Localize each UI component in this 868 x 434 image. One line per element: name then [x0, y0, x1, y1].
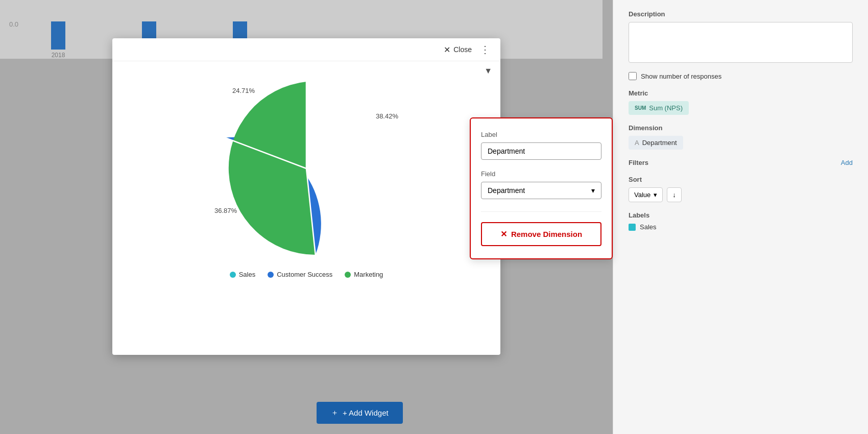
pie-chart-area: 38.42% 24.71% 36.87% [112, 61, 500, 288]
legend-dot-mktg [345, 272, 351, 278]
pie-wrapper: 38.42% 24.71% 36.87% [209, 71, 403, 266]
bar-group-2018: 2018 [51, 21, 65, 59]
description-textarea[interactable] [629, 22, 853, 63]
popup-label-field: Label [481, 131, 601, 138]
close-label: Close [453, 45, 472, 54]
popup-field-value: Department [488, 186, 525, 195]
remove-btn-label: Remove Dimension [511, 230, 582, 238]
filter-icon[interactable]: ▼ [484, 66, 492, 76]
show-responses-checkbox[interactable] [629, 72, 637, 80]
popup-label-input[interactable] [481, 142, 601, 160]
label-text-sales: Sales [640, 223, 657, 231]
sort-value-select[interactable]: Value ▾ [629, 187, 663, 202]
modal-body: ▼ 38.42% 24.71% 36.87% [112, 61, 500, 288]
show-responses-label: Show number of responses [641, 73, 721, 80]
right-panel: Description Show number of responses Met… [613, 0, 868, 434]
sort-direction-icon: ↓ [672, 191, 676, 199]
dimension-value: Department [642, 139, 677, 147]
pie-chart-modal: ✕ Close ⋮ ▼ 38.42% 24.71% 36.87% [112, 38, 500, 355]
legend-item-sales: Sales [230, 271, 256, 278]
remove-dimension-button[interactable]: ✕ Remove Dimension [481, 222, 601, 246]
dimension-label: Dimension [629, 124, 853, 132]
pie-legend: Sales Customer Success Marketing [230, 271, 383, 278]
add-widget-label: + Add Widget [343, 408, 389, 417]
modal-header: ✕ Close ⋮ [112, 38, 500, 61]
show-responses-row: Show number of responses [629, 72, 853, 80]
label-color-sales [629, 224, 636, 231]
popup-field-select[interactable]: Department ▾ [481, 182, 601, 199]
y-axis-label: 0.0 [9, 20, 18, 28]
pie-svg [220, 82, 393, 255]
sort-value: Value [634, 191, 650, 199]
sort-row: Value ▾ ↓ [629, 187, 853, 202]
filters-row: Filters Add [629, 159, 853, 166]
filters-label: Filters [629, 159, 648, 166]
close-x-icon: ✕ [444, 45, 450, 55]
popup-divider [481, 211, 601, 212]
legend-label-cs: Customer Success [277, 271, 332, 278]
legend-label-sales: Sales [239, 271, 256, 278]
dimension-type-icon: A [635, 139, 639, 147]
add-widget-icon: ＋ [331, 408, 339, 418]
dimension-badge[interactable]: A Department [629, 136, 683, 150]
legend-dot-sales [230, 272, 236, 278]
legend-label-mktg: Marketing [354, 271, 383, 278]
modal-more-button[interactable]: ⋮ [478, 43, 492, 56]
sort-dropdown-icon: ▾ [654, 191, 657, 199]
metric-badge: SUM Sum (NPS) [629, 101, 689, 115]
metric-value: Sum (NPS) [649, 104, 683, 112]
metric-label: Metric [629, 89, 853, 97]
dimension-popup: Label Field Department ▾ ✕ Remove Dimens… [470, 117, 613, 259]
sum-prefix: SUM [635, 105, 646, 111]
add-widget-button[interactable]: ＋ + Add Widget [317, 402, 403, 424]
legend-item-mktg: Marketing [345, 271, 383, 278]
close-button[interactable]: ✕ Close [444, 45, 472, 55]
description-label: Description [629, 10, 853, 18]
dropdown-chevron-icon: ▾ [591, 186, 595, 195]
sort-label: Sort [629, 176, 853, 183]
bar-label-2018: 2018 [52, 52, 65, 59]
add-filter-link[interactable]: Add [841, 159, 853, 166]
legend-dot-cs [268, 272, 274, 278]
bar-2018 [51, 21, 65, 50]
legend-item-cs: Customer Success [268, 271, 332, 278]
labels-label: Labels [629, 211, 853, 219]
label-item-sales: Sales [629, 223, 853, 231]
popup-field-label: Field [481, 170, 601, 178]
sort-direction-btn[interactable]: ↓ [667, 187, 682, 202]
remove-x-icon: ✕ [500, 229, 507, 239]
